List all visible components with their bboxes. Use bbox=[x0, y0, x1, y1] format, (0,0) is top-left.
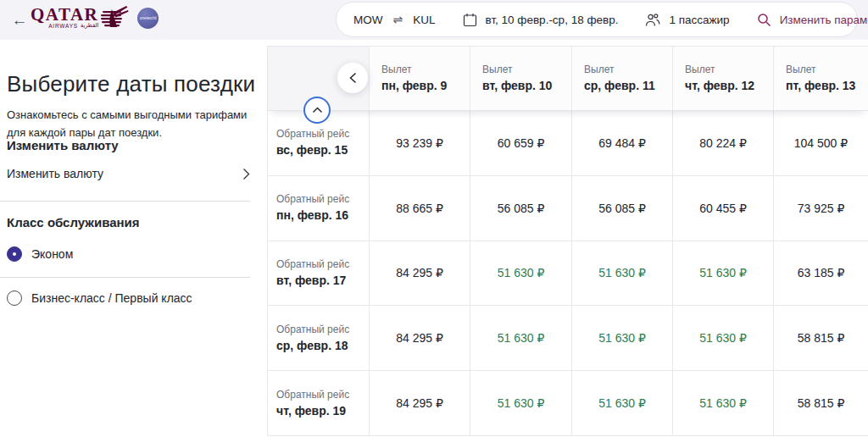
return-date: ср, февр. 18 bbox=[276, 337, 369, 355]
return-label: Обратный рейс bbox=[276, 257, 369, 272]
passenger-count[interactable]: 1 пассажир bbox=[669, 14, 729, 26]
edit-search-link[interactable]: Изменить параметры поиска bbox=[780, 14, 868, 26]
search-icon bbox=[757, 13, 771, 27]
price-cell[interactable]: 84 295 ₽ bbox=[369, 371, 470, 435]
search-summary-bar[interactable]: MOW ⇌ KUL вт, 10 февр.-ср, 18 февр. 1 па… bbox=[336, 2, 858, 37]
return-label: Обратный рейс bbox=[276, 126, 369, 141]
calendar-icon bbox=[463, 13, 477, 27]
price-cell[interactable]: 51 630 ₽ bbox=[571, 241, 672, 306]
price-cell[interactable]: 51 630 ₽ bbox=[470, 306, 571, 370]
destination-code[interactable]: KUL bbox=[413, 14, 435, 26]
qatar-airways-logo[interactable]: QATAR AIRWAYS القطرية bbox=[31, 5, 129, 30]
arabic-label: القطرية bbox=[81, 22, 98, 29]
departure-date: чт, февр. 12 bbox=[685, 77, 773, 95]
price-cell[interactable]: 93 239 ₽ bbox=[369, 111, 470, 175]
departure-label: Вылет bbox=[482, 62, 571, 77]
matrix-row: Обратный рейспн, февр. 1688 665 ₽56 085 … bbox=[268, 176, 868, 241]
trip-dates[interactable]: вт, 10 февр.-ср, 18 февр. bbox=[486, 14, 619, 26]
price-cell[interactable]: 51 630 ₽ bbox=[571, 371, 672, 435]
return-date: чт, февр. 19 bbox=[276, 402, 369, 420]
matrix-body: Обратный рейсвс, февр. 1593 239 ₽60 659 … bbox=[268, 111, 868, 436]
return-row-header[interactable]: Обратный рейсчт, февр. 19 bbox=[268, 371, 369, 435]
radio-selected-icon[interactable] bbox=[7, 246, 22, 262]
departure-column-header[interactable]: Вылетвт, февр. 10 bbox=[470, 47, 571, 110]
radio-unselected-icon[interactable] bbox=[7, 290, 22, 306]
departure-date: ср, февр. 11 bbox=[584, 77, 672, 95]
return-row-header[interactable]: Обратный рейсср, февр. 18 bbox=[268, 306, 369, 370]
price-cell[interactable]: 51 630 ₽ bbox=[470, 241, 571, 306]
departure-label: Вылет bbox=[685, 62, 773, 77]
oneworld-logo: oneworld bbox=[137, 8, 159, 29]
departure-column-header[interactable]: Вылетчт, февр. 12 bbox=[672, 47, 773, 110]
back-button[interactable]: ← bbox=[8, 10, 31, 30]
price-cell[interactable]: 51 630 ₽ bbox=[672, 371, 773, 435]
currency-heading: Изменить валюту bbox=[7, 138, 119, 152]
departure-date: пн, февр. 9 bbox=[381, 77, 470, 95]
matrix-row: Обратный рейсвт, февр. 1784 295 ₽51 630 … bbox=[268, 241, 868, 307]
price-cell[interactable]: 56 085 ₽ bbox=[571, 176, 672, 241]
price-cell[interactable]: 51 630 ₽ bbox=[672, 306, 773, 370]
price-cell[interactable]: 60 659 ₽ bbox=[470, 111, 571, 175]
departure-column-header[interactable]: Вылетпт, февр. 13 bbox=[773, 47, 868, 110]
passengers-icon bbox=[645, 13, 660, 27]
cabin-option-economy[interactable]: Эконом bbox=[7, 246, 73, 262]
departure-column-header[interactable]: Вылетпн, февр. 9 bbox=[369, 47, 470, 110]
price-cell[interactable]: 51 630 ₽ bbox=[571, 306, 672, 370]
return-date: вт, февр. 17 bbox=[276, 272, 369, 290]
price-cell[interactable]: 63 185 ₽ bbox=[773, 241, 868, 306]
cabin-class-heading: Класс обслуживания bbox=[7, 215, 140, 230]
matrix-row: Обратный рейсср, февр. 1884 295 ₽51 630 … bbox=[268, 306, 868, 371]
page-title: Выберите даты поездки bbox=[7, 71, 261, 97]
return-label: Обратный рейс bbox=[276, 191, 369, 207]
departure-date: пт, февр. 13 bbox=[786, 77, 868, 95]
return-row-header[interactable]: Обратный рейспн, февр. 16 bbox=[268, 176, 369, 241]
price-cell[interactable]: 84 295 ₽ bbox=[369, 306, 470, 370]
matrix-row: Обратный рейсвс, февр. 1593 239 ₽60 659 … bbox=[268, 111, 868, 176]
price-cell[interactable]: 80 224 ₽ bbox=[672, 111, 773, 175]
sidebar-divider bbox=[0, 277, 250, 278]
price-cell[interactable]: 69 484 ₽ bbox=[571, 111, 672, 175]
fare-calendar-matrix: Вылетпн, февр. 9Вылетвт, февр. 10Вылетср… bbox=[267, 46, 868, 436]
top-header: ← QATAR AIRWAYS القطرية bbox=[0, 0, 868, 40]
change-currency-link[interactable]: Изменить валюту bbox=[7, 167, 250, 180]
return-label: Обратный рейс bbox=[276, 387, 369, 402]
swap-route-icon: ⇌ bbox=[392, 13, 405, 26]
airways-label: AIRWAYS bbox=[48, 23, 78, 29]
matrix-row: Обратный рейсчт, февр. 1984 295 ₽51 630 … bbox=[268, 371, 868, 436]
return-date: пн, февр. 16 bbox=[276, 207, 369, 224]
departure-date: вт, февр. 10 bbox=[482, 77, 571, 95]
return-row-header[interactable]: Обратный рейсвт, февр. 17 bbox=[268, 241, 369, 306]
origin-code[interactable]: MOW bbox=[353, 14, 383, 26]
departure-column-header[interactable]: Вылетср, февр. 11 bbox=[571, 47, 672, 110]
chevron-right-icon bbox=[242, 168, 250, 180]
cabin-option-label: Эконом bbox=[31, 247, 73, 261]
return-date: вс, февр. 15 bbox=[276, 141, 369, 159]
price-cell[interactable]: 104 500 ₽ bbox=[773, 111, 868, 175]
price-cell[interactable]: 88 665 ₽ bbox=[369, 176, 470, 241]
logo-area: QATAR AIRWAYS القطرية bbox=[31, 5, 159, 30]
previous-dates-button[interactable] bbox=[337, 63, 368, 93]
qatar-logo-wordmark: QATAR bbox=[31, 5, 98, 24]
price-cell[interactable]: 56 085 ₽ bbox=[470, 176, 571, 241]
price-cell[interactable]: 51 630 ₽ bbox=[672, 241, 773, 306]
price-cell[interactable]: 60 455 ₽ bbox=[672, 176, 773, 241]
price-cell[interactable]: 51 630 ₽ bbox=[470, 371, 571, 435]
departure-label: Вылет bbox=[786, 62, 868, 77]
cabin-option-label: Бизнес-класс / Первый класс bbox=[31, 291, 192, 305]
earlier-return-dates-button[interactable] bbox=[303, 97, 331, 124]
price-cell[interactable]: 58 815 ₽ bbox=[773, 306, 868, 370]
sidebar-divider bbox=[0, 201, 250, 202]
price-cell[interactable]: 84 295 ₽ bbox=[369, 241, 470, 306]
page-description: Ознакомьтесь с самыми выгодными тарифами… bbox=[7, 106, 254, 142]
price-cell[interactable]: 73 925 ₽ bbox=[773, 176, 868, 241]
departure-label: Вылет bbox=[584, 62, 672, 77]
change-currency-label: Изменить валюту bbox=[7, 167, 103, 180]
cabin-option-business-first[interactable]: Бизнес-класс / Первый класс bbox=[7, 290, 192, 306]
oryx-icon bbox=[100, 5, 129, 30]
return-label: Обратный рейс bbox=[276, 322, 369, 337]
departure-label: Вылет bbox=[381, 62, 470, 77]
price-cell[interactable]: 58 815 ₽ bbox=[773, 371, 868, 435]
